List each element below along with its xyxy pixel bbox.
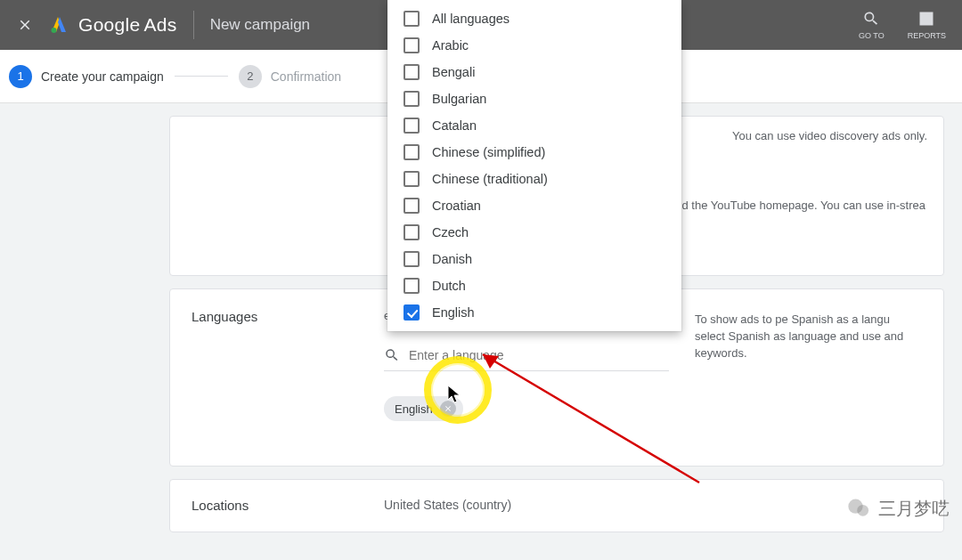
- reports-label: REPORTS: [908, 31, 946, 40]
- checkbox-icon[interactable]: [404, 198, 420, 214]
- language-option-label: Arabic: [432, 38, 469, 53]
- checkbox-icon[interactable]: [404, 11, 420, 27]
- checkbox-icon[interactable]: [404, 251, 420, 267]
- language-option-label: Catalan: [432, 118, 477, 133]
- checkbox-icon[interactable]: [404, 304, 420, 321]
- search-icon: [862, 10, 880, 28]
- step-1-badge: 1: [9, 65, 32, 88]
- checkbox-icon[interactable]: [404, 64, 420, 80]
- checkbox-icon[interactable]: [404, 118, 420, 134]
- language-option-label: Bulgarian: [432, 92, 486, 106]
- language-option-label: Croatian: [432, 199, 481, 213]
- header-subtitle: New campaign: [210, 16, 310, 34]
- language-option[interactable]: Chinese (traditional): [387, 166, 681, 192]
- checkbox-icon[interactable]: [404, 224, 420, 240]
- checkbox-icon[interactable]: [404, 278, 420, 294]
- language-option-label: Chinese (simplified): [432, 145, 545, 159]
- step-confirmation[interactable]: 2 Confirmation: [239, 65, 341, 88]
- locations-card[interactable]: Locations United States (country): [169, 479, 944, 532]
- language-option-label: Bengali: [432, 65, 475, 79]
- watermark: 三月梦呓: [846, 496, 950, 521]
- chip-label: English: [395, 402, 433, 416]
- step-create-campaign[interactable]: 1 Create your campaign: [9, 65, 164, 88]
- svg-point-4: [857, 505, 868, 516]
- language-option[interactable]: Croatian: [387, 192, 681, 219]
- language-option-label: Czech: [432, 225, 469, 239]
- language-option[interactable]: All languages: [387, 5, 681, 32]
- locations-value: United States (country): [384, 498, 511, 514]
- languages-label: Languages: [192, 309, 384, 446]
- bar-chart-icon: [917, 10, 935, 28]
- step-1-label: Create your campaign: [41, 69, 164, 84]
- search-icon: [384, 347, 400, 363]
- language-search[interactable]: [384, 347, 669, 371]
- language-option[interactable]: Bengali: [387, 59, 681, 85]
- chip-remove-icon[interactable]: [440, 401, 456, 417]
- step-connector: [175, 76, 228, 77]
- checkbox-icon[interactable]: [404, 144, 420, 160]
- watermark-text: 三月梦呓: [878, 497, 950, 521]
- reports-tool[interactable]: REPORTS: [908, 10, 946, 40]
- language-option-label: All languages: [432, 12, 510, 26]
- goto-label: GO TO: [859, 31, 885, 40]
- close-icon[interactable]: [7, 7, 43, 43]
- language-option-label: Danish: [432, 252, 472, 266]
- language-option[interactable]: Chinese (simplified): [387, 139, 681, 166]
- video-discovery-hint: You can use video discovery ads only.: [732, 129, 927, 142]
- language-dropdown[interactable]: All languagesArabicBengaliBulgarianCatal…: [387, 0, 681, 331]
- step-2-label: Confirmation: [271, 69, 341, 84]
- language-option[interactable]: Arabic: [387, 32, 681, 59]
- language-option[interactable]: Danish: [387, 246, 681, 272]
- checkbox-icon[interactable]: [404, 91, 420, 107]
- google-ads-logo-icon: [48, 14, 69, 36]
- language-option[interactable]: Czech: [387, 219, 681, 246]
- checkbox-icon[interactable]: [404, 37, 420, 53]
- language-option-label: Dutch: [432, 279, 466, 293]
- search-tool[interactable]: GO TO: [859, 10, 885, 40]
- wechat-icon: [846, 496, 871, 521]
- brand-ads: Ads: [144, 14, 177, 36]
- language-option-label: Chinese (traditional): [432, 172, 548, 186]
- header-divider: [193, 11, 194, 39]
- language-option[interactable]: Dutch: [387, 272, 681, 299]
- brand-google: Google: [78, 14, 141, 36]
- svg-point-0: [52, 28, 57, 33]
- language-search-input[interactable]: [409, 348, 640, 362]
- language-option[interactable]: Bulgarian: [387, 85, 681, 112]
- language-chip-english[interactable]: English: [384, 396, 463, 421]
- language-option[interactable]: English: [387, 299, 681, 326]
- language-option[interactable]: Catalan: [387, 112, 681, 139]
- step-2-badge: 2: [239, 65, 262, 88]
- locations-label: Locations: [192, 498, 384, 514]
- language-option-label: English: [432, 305, 475, 320]
- checkbox-icon[interactable]: [404, 171, 420, 187]
- brand-title: Google Ads: [78, 14, 177, 36]
- languages-side-help: To show ads to pe Spanish as a langu sel…: [695, 312, 917, 362]
- youtube-hint: and the YouTube homepage. You can use in…: [669, 199, 934, 212]
